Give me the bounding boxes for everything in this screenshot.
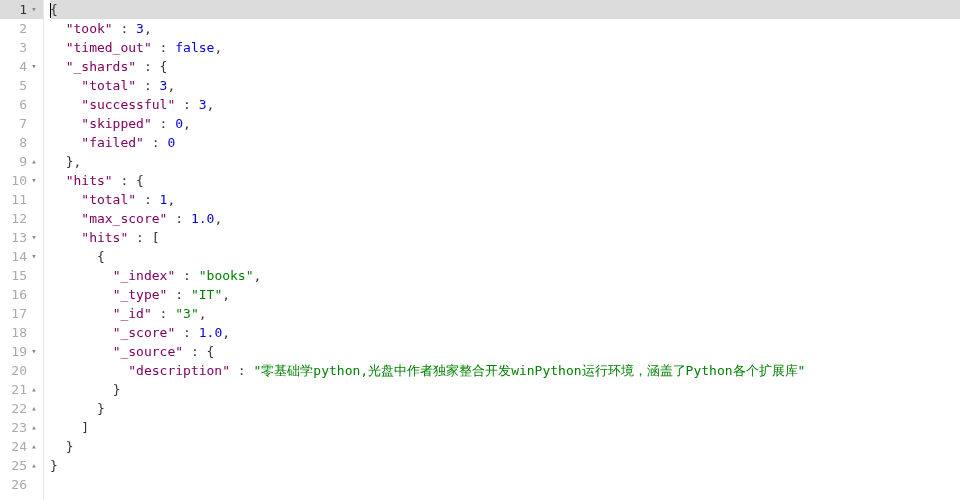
fold-close-icon[interactable]: ▴ bbox=[29, 418, 39, 437]
indent bbox=[50, 211, 81, 226]
gutter-line: 23▴ bbox=[0, 418, 43, 437]
code-line[interactable]: } bbox=[50, 399, 960, 418]
indent bbox=[50, 420, 81, 435]
token-punct: , bbox=[167, 78, 175, 93]
code-line[interactable]: "timed_out" : false, bbox=[50, 38, 960, 57]
gutter-line: 15 bbox=[0, 266, 43, 285]
gutter-line: 18 bbox=[0, 323, 43, 342]
fold-close-icon[interactable]: ▴ bbox=[29, 399, 39, 418]
token-number: 3 bbox=[199, 97, 207, 112]
code-line[interactable]: } bbox=[50, 437, 960, 456]
token-punct: , bbox=[199, 306, 207, 321]
token-key: "successful" bbox=[81, 97, 175, 112]
token-punct: : bbox=[230, 363, 253, 378]
gutter-line: 8 bbox=[0, 133, 43, 152]
fold-open-icon[interactable]: ▾ bbox=[29, 0, 39, 19]
line-number: 13 bbox=[7, 228, 27, 247]
fold-close-icon[interactable]: ▴ bbox=[29, 152, 39, 171]
token-key: "took" bbox=[66, 21, 113, 36]
code-line[interactable]: "successful" : 3, bbox=[50, 95, 960, 114]
code-line[interactable]: "_score" : 1.0, bbox=[50, 323, 960, 342]
token-punct: , bbox=[214, 40, 222, 55]
line-number: 11 bbox=[7, 190, 27, 209]
token-key: "total" bbox=[81, 78, 136, 93]
code-line[interactable]: }, bbox=[50, 152, 960, 171]
line-number: 3 bbox=[7, 38, 27, 57]
line-number: 23 bbox=[7, 418, 27, 437]
code-line[interactable]: ] bbox=[50, 418, 960, 437]
token-punct: } bbox=[97, 401, 105, 416]
token-key: "_shards" bbox=[66, 59, 136, 74]
fold-open-icon[interactable]: ▾ bbox=[29, 342, 39, 361]
token-key: "total" bbox=[81, 192, 136, 207]
token-punct: } bbox=[113, 382, 121, 397]
token-number: 0 bbox=[175, 116, 183, 131]
gutter-line: 16 bbox=[0, 285, 43, 304]
code-line[interactable]: } bbox=[50, 380, 960, 399]
code-line[interactable]: { bbox=[50, 0, 960, 19]
fold-close-icon[interactable]: ▴ bbox=[29, 380, 39, 399]
gutter-line: 24▴ bbox=[0, 437, 43, 456]
gutter-line: 20 bbox=[0, 361, 43, 380]
token-key: "_score" bbox=[113, 325, 176, 340]
fold-open-icon[interactable]: ▾ bbox=[29, 247, 39, 266]
code-line[interactable]: "_shards" : { bbox=[50, 57, 960, 76]
code-line[interactable]: "failed" : 0 bbox=[50, 133, 960, 152]
indent bbox=[50, 59, 66, 74]
fold-open-icon[interactable]: ▾ bbox=[29, 171, 39, 190]
token-punct: , bbox=[222, 287, 230, 302]
code-editor[interactable]: 1▾234▾56789▴10▾111213▾14▾1516171819▾2021… bbox=[0, 0, 960, 500]
line-number: 17 bbox=[7, 304, 27, 323]
line-number: 2 bbox=[7, 19, 27, 38]
token-key: "failed" bbox=[81, 135, 144, 150]
token-punct: , bbox=[167, 192, 175, 207]
indent bbox=[50, 192, 81, 207]
gutter-line: 6 bbox=[0, 95, 43, 114]
line-number: 21 bbox=[7, 380, 27, 399]
code-line[interactable]: "hits" : [ bbox=[50, 228, 960, 247]
gutter-line: 3 bbox=[0, 38, 43, 57]
line-number: 18 bbox=[7, 323, 27, 342]
token-punct: , bbox=[144, 21, 152, 36]
token-punct: : { bbox=[183, 344, 214, 359]
indent bbox=[50, 439, 66, 454]
code-area[interactable]: { "took" : 3, "timed_out" : false, "_sha… bbox=[44, 0, 960, 500]
line-number: 20 bbox=[7, 361, 27, 380]
indent bbox=[50, 40, 66, 55]
code-line[interactable]: "total" : 3, bbox=[50, 76, 960, 95]
code-line[interactable]: "_id" : "3", bbox=[50, 304, 960, 323]
gutter-line: 5 bbox=[0, 76, 43, 95]
line-number: 7 bbox=[7, 114, 27, 133]
code-line[interactable]: "hits" : { bbox=[50, 171, 960, 190]
indent bbox=[50, 135, 81, 150]
token-punct: ] bbox=[81, 420, 89, 435]
code-line[interactable]: } bbox=[50, 456, 960, 475]
token-punct: , bbox=[207, 97, 215, 112]
token-punct: : bbox=[136, 78, 159, 93]
token-key: "hits" bbox=[66, 173, 113, 188]
token-punct: } bbox=[66, 439, 74, 454]
code-line[interactable]: "_type" : "IT", bbox=[50, 285, 960, 304]
line-number: 14 bbox=[7, 247, 27, 266]
fold-open-icon[interactable]: ▾ bbox=[29, 228, 39, 247]
fold-close-icon[interactable]: ▴ bbox=[29, 437, 39, 456]
code-line[interactable]: "total" : 1, bbox=[50, 190, 960, 209]
token-key: "_index" bbox=[113, 268, 176, 283]
code-line[interactable]: "_index" : "books", bbox=[50, 266, 960, 285]
indent bbox=[50, 78, 81, 93]
line-number: 10 bbox=[7, 171, 27, 190]
code-line[interactable]: { bbox=[50, 247, 960, 266]
code-line[interactable]: "description" : "零基础学python,光盘中作者独家整合开发w… bbox=[50, 361, 960, 380]
token-punct: { bbox=[50, 2, 58, 17]
code-line[interactable]: "max_score" : 1.0, bbox=[50, 209, 960, 228]
code-line[interactable]: "_source" : { bbox=[50, 342, 960, 361]
fold-open-icon[interactable]: ▾ bbox=[29, 57, 39, 76]
fold-close-icon[interactable]: ▴ bbox=[29, 456, 39, 475]
indent bbox=[50, 363, 128, 378]
code-line[interactable] bbox=[50, 475, 960, 494]
code-line[interactable]: "skipped" : 0, bbox=[50, 114, 960, 133]
token-bool: false bbox=[175, 40, 214, 55]
code-line[interactable]: "took" : 3, bbox=[50, 19, 960, 38]
token-punct: : bbox=[175, 268, 198, 283]
line-number-gutter: 1▾234▾56789▴10▾111213▾14▾1516171819▾2021… bbox=[0, 0, 44, 500]
